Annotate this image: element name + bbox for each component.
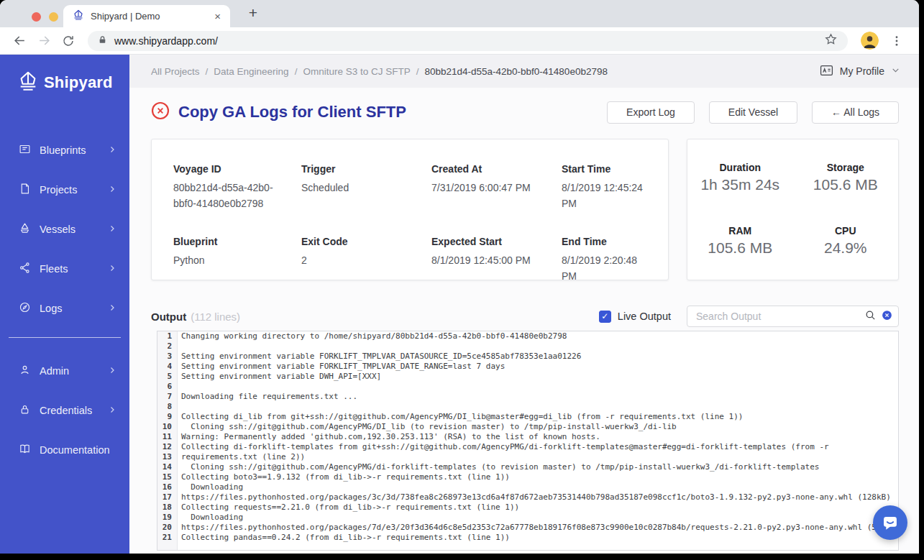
error-status-icon	[151, 101, 170, 123]
documentation-book-icon	[19, 443, 31, 458]
breadcrumb-separator: /	[206, 66, 209, 77]
log-line-text: Downloading	[177, 482, 243, 492]
browser-tab-strip: Shipyard | Demo × +	[0, 0, 919, 27]
back-icon[interactable]	[9, 30, 30, 52]
live-output-checkbox[interactable]: ✓	[599, 311, 611, 323]
clear-search-icon[interactable]	[881, 309, 893, 324]
breadcrumb-item[interactable]: Omniture S3 to CJ SFTP/	[303, 66, 424, 77]
log-line: 7 Downloading file requirements.txt ...	[157, 392, 898, 402]
log-line-number: 7	[157, 392, 177, 402]
log-line-text: https://files.pythonhosted.org/packages/…	[177, 492, 891, 502]
sidebar-item-label: Projects	[40, 184, 108, 196]
sidebar-item-logs[interactable]: Logs	[19, 298, 116, 319]
log-line-number: 11	[157, 432, 177, 442]
stat-label: CPU	[793, 225, 899, 237]
search-icon[interactable]	[864, 309, 877, 324]
url-bar[interactable]: www.shipyardapp.com/	[88, 31, 848, 51]
log-line: 14 Cloning ssh://git@github.com/AgencyPM…	[157, 462, 898, 472]
breadcrumb-link[interactable]: Omniture S3 to CJ SFTP	[303, 66, 410, 77]
stat: Storage 105.6 MB	[793, 162, 899, 193]
log-line-text: Downloading file requirements.txt ...	[177, 392, 357, 402]
browser-menu-icon[interactable]	[886, 30, 907, 52]
detail-label: Created At	[431, 163, 562, 175]
breadcrumb-item[interactable]: 80bb21d4-d55a-42b0-bbf0-41480e0b2798/	[424, 66, 607, 77]
reload-icon[interactable]	[58, 30, 79, 52]
log-line-text: Setting environment variable FORKLIFT_TM…	[177, 362, 505, 372]
sidebar-item-admin[interactable]: Admin	[19, 360, 116, 382]
chevron-right-icon	[108, 144, 116, 157]
log-line: 4 Setting environment variable FORKLIFT_…	[157, 362, 898, 372]
breadcrumb-link[interactable]: All Projects	[151, 66, 200, 77]
forward-icon[interactable]	[33, 30, 55, 52]
sidebar-item-vessels[interactable]: Vessels	[19, 219, 116, 240]
stat-label: Storage	[793, 162, 899, 173]
log-line-number: 17	[157, 492, 177, 502]
fleets-icon	[19, 262, 31, 277]
page-header: Copy GA Logs for Client SFTP Export Log …	[151, 101, 899, 123]
stat-label: Duration	[687, 162, 793, 173]
detail-field: Expected Start 8/1/2019 12:45:00 PM	[431, 236, 562, 284]
log-line-number: 13	[157, 452, 177, 462]
app-logo[interactable]: Shipyard	[17, 70, 129, 95]
log-line: 17 https://files.pythonhosted.org/packag…	[157, 492, 898, 502]
breadcrumb-link[interactable]: Data Engineering	[214, 66, 288, 77]
minimize-window-button[interactable]	[49, 12, 58, 22]
profile-label: My Profile	[840, 65, 884, 77]
close-window-button[interactable]	[32, 12, 41, 22]
chevron-right-icon	[108, 302, 116, 315]
lock-icon	[98, 35, 107, 47]
browser-profile-avatar[interactable]	[861, 32, 879, 50]
detail-label: End Time	[562, 236, 661, 247]
new-tab-button[interactable]: +	[243, 3, 263, 23]
chevron-right-icon	[108, 183, 116, 196]
export-log-button[interactable]: Export Log	[607, 101, 695, 124]
log-line: 16 Downloading	[157, 482, 898, 492]
detail-value: 7/31/2019 6:00:47 PM	[431, 180, 562, 196]
browser-tab[interactable]: Shipyard | Demo ×	[63, 5, 230, 27]
ship-logo-icon	[17, 70, 39, 95]
my-profile-menu[interactable]: My Profile	[820, 65, 900, 78]
detail-label: Exit Code	[301, 236, 431, 247]
breadcrumb-item[interactable]: Data Engineering/	[214, 66, 303, 77]
sidebar-item-blueprints[interactable]: Blueprints	[19, 139, 116, 161]
sidebar-item-fleets[interactable]: Fleets	[19, 258, 116, 280]
stat: RAM 105.6 MB	[687, 225, 793, 257]
detail-label: Trigger	[301, 163, 431, 175]
all-logs-button[interactable]: ← All Logs	[812, 101, 899, 124]
page-title: Copy GA Logs for Client SFTP	[178, 103, 593, 121]
log-line-text: Setting environment variable FORKLIFT_TM…	[177, 352, 581, 362]
breadcrumb-item[interactable]: All Projects/	[151, 66, 214, 77]
voyage-details-card: Voyage ID 80bb21d4-d55a-42b0-bbf0-41480e…	[151, 139, 669, 280]
log-line-text: Collecting di_lib from git+ssh://git@git…	[177, 412, 743, 422]
sidebar-item-credentials[interactable]: Credentials	[19, 400, 116, 421]
stat: Duration 1h 35m 24s	[687, 162, 793, 193]
log-line-text	[177, 382, 181, 392]
breadcrumb-link[interactable]: 80bb21d4-d55a-42b0-bbf0-41480e0b2798	[424, 66, 607, 77]
detail-value: 8/1/2019 12:45:00 PM	[431, 252, 562, 268]
admin-icon	[19, 364, 31, 379]
chat-bubble-icon	[881, 513, 900, 532]
log-line-number: 15	[157, 472, 177, 482]
sidebar-item-projects[interactable]: Projects	[19, 179, 116, 201]
sidebar-item-label: Blueprints	[40, 144, 108, 156]
detail-value: 8/1/2019 12:45:24 PM	[562, 180, 661, 211]
tab-close-icon[interactable]: ×	[212, 10, 223, 22]
chat-widget-button[interactable]	[873, 505, 907, 540]
stat-value: 1h 35m 24s	[687, 176, 793, 193]
sidebar-item-label: Admin	[40, 365, 108, 377]
log-line: 21 Collecting pandas==0.24.2 (from di_li…	[157, 533, 898, 543]
favicon-ship-icon	[73, 9, 84, 24]
edit-vessel-button[interactable]: Edit Vessel	[709, 101, 797, 124]
sidebar-item-documentation[interactable]: Documentation	[19, 439, 116, 461]
detail-value: Python	[173, 252, 301, 268]
log-line-text: Warning: Permanently added 'github.com,1…	[177, 432, 600, 442]
resource-stats-card: Duration 1h 35m 24s Storage 105.6 MB RAM	[687, 139, 899, 280]
sidebar: Shipyard Blueprints Projects Vessels	[0, 55, 129, 554]
browser-window: Shipyard | Demo × + www.shipyardapp.com/	[0, 0, 919, 554]
stat-value: 105.6 MB	[687, 239, 793, 257]
bookmark-star-icon[interactable]	[824, 32, 838, 49]
chevron-right-icon	[108, 223, 116, 236]
log-line-number: 3	[157, 352, 177, 362]
stat-label: RAM	[687, 225, 793, 237]
output-line-count: (112 lines)	[191, 311, 599, 323]
